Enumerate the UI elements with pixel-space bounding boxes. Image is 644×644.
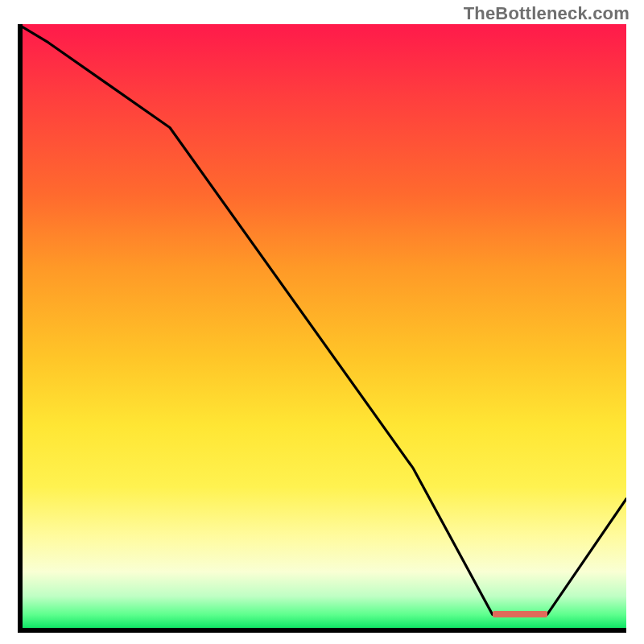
optimum-marker xyxy=(493,611,547,617)
bottleneck-curve xyxy=(18,24,626,633)
chart-frame: TheBottleneck.com xyxy=(0,0,644,644)
plot-area xyxy=(18,24,626,633)
plot-outer xyxy=(18,24,626,633)
watermark-text: TheBottleneck.com xyxy=(464,3,630,24)
